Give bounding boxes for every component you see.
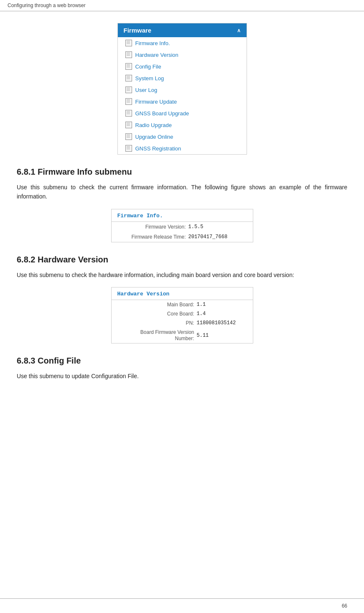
menu-item[interactable]: Config File [118,61,247,72]
menu-item-icon [125,86,132,93]
page-number: 66 [0,598,364,613]
section-682: 6.8.2 Hardware Version Use this submenu … [17,255,347,343]
menu-item-label: Radio Upgrade [135,122,172,128]
page-header: Configuring through a web browser [0,0,364,11]
menu-item[interactable]: Radio Upgrade [118,119,247,131]
menu-item[interactable]: Upgrade Online [118,131,247,142]
menu-item-icon [125,63,132,70]
menu-item-label: Upgrade Online [135,134,173,140]
firmware-release-label: Firmware Release Time: [131,234,186,240]
menu-box: Firmware ∧ Firmware Info.Hardware Versio… [117,23,247,155]
menu-item-label: GNSS Registration [135,145,181,152]
pn-label: PN: [186,320,194,326]
pn-value: 1180081035142 [197,320,243,326]
menu-item-icon [125,145,132,152]
menu-header: Firmware ∧ [118,23,247,37]
bfvn-value: 5.11 [197,333,243,338]
menu-item-label: Config File [135,64,161,70]
menu-item[interactable]: GNSS Registration [118,142,247,154]
firmware-info-header: Firmware Info. [112,209,253,222]
section-682-heading: 6.8.2 Hardware Version [17,255,347,265]
menu-item-icon [125,98,132,105]
menu-item-icon [125,51,132,58]
pn-row: PN: 1180081035142 [112,318,253,328]
firmware-version-value: 1.5.5 [188,224,243,230]
firmware-info-box: Firmware Info. Firmware Version: 1.5.5 F… [111,209,253,242]
main-board-label: Main Board: [167,302,194,308]
section-681-heading: 6.8.1 Firmware Info submenu [17,167,347,177]
menu-item-icon [125,122,132,128]
section-681: 6.8.1 Firmware Info submenu Use this sub… [17,167,347,242]
firmware-release-value: 20170417_7668 [188,234,243,240]
section-683-body: Use this submenu to update Configuration… [17,371,347,381]
bfvn-row: Board Firmware VersionNumber: 5.11 [112,328,253,343]
hardware-version-box: Hardware Version Main Board: 1.1 Core Bo… [111,287,253,343]
menu-item[interactable]: GNSS Board Upgrade [118,107,247,119]
menu-item-label: Hardware Version [135,52,178,58]
menu-item-icon [125,133,132,140]
header-title: Configuring through a web browser [8,3,86,8]
menu-item[interactable]: User Log [118,84,247,96]
firmware-version-label: Firmware Version: [145,224,186,230]
menu-item[interactable]: Hardware Version [118,49,247,61]
menu-item-icon [125,110,132,117]
menu-item-icon [125,75,132,81]
core-board-label: Core Board: [167,311,194,317]
chevron-up-icon: ∧ [237,28,241,33]
core-board-value: 1.4 [197,311,243,317]
firmware-menu-screenshot: Firmware ∧ Firmware Info.Hardware Versio… [17,23,347,155]
menu-item[interactable]: Firmware Info. [118,37,247,49]
menu-item[interactable]: Firmware Update [118,96,247,107]
section-683: 6.8.3 Config File Use this submenu to up… [17,356,347,381]
menu-item-label: Firmware Update [135,99,177,105]
section-682-body: Use this submenu to check the hardware i… [17,270,347,280]
hardware-version-header: Hardware Version [112,287,253,300]
firmware-info-screenshot: Firmware Info. Firmware Version: 1.5.5 F… [17,209,347,242]
menu-item-label: User Log [135,87,158,93]
main-board-value: 1.1 [197,302,243,308]
menu-title: Firmware [124,27,152,34]
menu-item[interactable]: System Log [118,72,247,84]
bfvn-label: Board Firmware VersionNumber: [140,329,194,341]
menu-item-label: GNSS Board Upgrade [135,110,189,117]
menu-item-icon [125,40,132,46]
menu-item-label: System Log [135,75,164,81]
main-board-row: Main Board: 1.1 [112,300,253,309]
core-board-row: Core Board: 1.4 [112,309,253,318]
section-681-body: Use this submenu to check the current fi… [17,183,347,201]
section-683-heading: 6.8.3 Config File [17,356,347,366]
firmware-release-row: Firmware Release Time: 20170417_7668 [112,232,253,242]
menu-item-label: Firmware Info. [135,40,170,46]
hardware-version-screenshot: Hardware Version Main Board: 1.1 Core Bo… [17,287,347,343]
firmware-version-row: Firmware Version: 1.5.5 [112,222,253,232]
